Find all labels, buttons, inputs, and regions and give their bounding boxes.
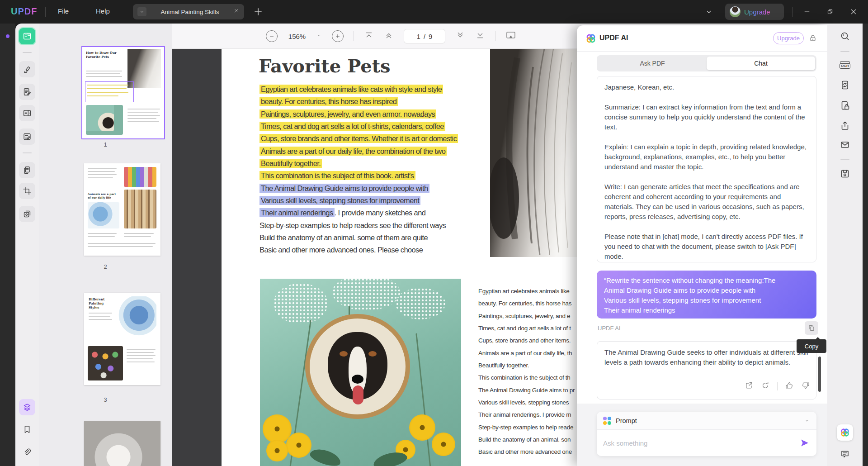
fill-sign-button[interactable] <box>19 128 35 145</box>
pdf-text-line: Cups, store brands and other items. Whet… <box>259 133 486 145</box>
right-dark-strip <box>863 24 868 466</box>
organize-pages-button[interactable] <box>19 105 35 121</box>
go-to-top-button[interactable] <box>364 30 374 42</box>
thumb2-number: 2 <box>39 263 172 270</box>
zoom-level[interactable]: 156% <box>288 33 307 40</box>
left-dark-strip <box>0 24 15 466</box>
regenerate-icon[interactable] <box>761 381 770 392</box>
window-restore-button[interactable] <box>825 6 835 17</box>
thumb1-annotation-box <box>85 81 134 102</box>
bookmarks-panel-button[interactable] <box>19 421 35 437</box>
page-number-input[interactable]: 1 / 9 <box>404 29 445 43</box>
document-tab[interactable]: Animal Painting Skills <box>133 4 244 19</box>
zoom-in-button[interactable] <box>332 30 344 42</box>
pdf-text-line: Their animal renderings. I provide many … <box>259 207 486 219</box>
tab-ask-pdf[interactable]: Ask PDF <box>598 57 707 70</box>
response-actions <box>597 378 816 395</box>
presentation-mode-button[interactable] <box>505 30 516 43</box>
convert-button[interactable] <box>837 77 853 93</box>
updf-app-window: UPDF File Help Animal Painting Skills Up… <box>0 0 868 466</box>
pdf-text-line: Beautifully together. <box>259 157 486 170</box>
ocr-button[interactable]: OCR <box>837 57 853 73</box>
thumbs-down-icon[interactable] <box>801 381 810 392</box>
tab-dropdown-icon[interactable] <box>137 7 146 16</box>
thumb2-palette-photo <box>124 167 156 187</box>
notifications-chevron-icon[interactable] <box>703 6 714 17</box>
edit-pdf-button[interactable] <box>19 84 35 100</box>
dog-embroidery-photo <box>260 279 461 466</box>
ai-mode-tabs: Ask PDF Chat <box>597 55 816 71</box>
thumbnail-panel: How to Draw Our Favorite Pets 1 <box>39 24 172 466</box>
crop-pages-button[interactable] <box>19 183 35 199</box>
chat-input[interactable] <box>603 439 799 447</box>
thumb1-title: How to Draw Our Favorite Pets <box>86 51 127 59</box>
ai-panel-header: UPDF AI Upgrade <box>577 25 827 52</box>
ai-assistant-button[interactable] <box>837 424 853 441</box>
comment-highlighter-button[interactable] <box>19 61 35 77</box>
menu-help[interactable]: Help <box>96 7 110 15</box>
thumbs-up-icon[interactable] <box>785 381 794 392</box>
copy-tooltip: Copy <box>797 339 826 353</box>
pdf-text-line: This combination is the subject of this … <box>259 170 486 182</box>
copy-button[interactable] <box>805 321 818 335</box>
protect-button[interactable] <box>837 97 853 114</box>
divider <box>777 382 778 390</box>
previous-page-button[interactable] <box>384 30 394 42</box>
thumb2-brushes-photo <box>124 190 156 228</box>
page-thumbnail-1[interactable]: How to Draw Our Favorite Pets <box>82 47 164 138</box>
thumb1-photo <box>86 105 123 135</box>
divider <box>23 52 32 53</box>
lock-icon[interactable] <box>808 33 817 43</box>
pdf-text-line: The Animal Drawing Guide aims to provide… <box>259 182 486 195</box>
comments-list-button[interactable] <box>837 446 853 462</box>
prompt-dropdown-icon[interactable] <box>804 418 810 424</box>
zoom-dropdown-icon[interactable] <box>316 32 322 40</box>
divider <box>23 152 32 153</box>
go-to-bottom-button[interactable] <box>475 30 485 42</box>
thumb2-watercolor-photo <box>88 202 119 228</box>
page-thumbnail-3[interactable]: Different Painting Styles <box>84 293 160 385</box>
summarize-pages-button[interactable] <box>19 162 35 178</box>
new-tab-button[interactable] <box>252 6 264 18</box>
updf-ai-panel: UPDF AI Upgrade Ask PDF Chat Japanese, K… <box>577 25 827 466</box>
tab-title: Animal Painting Skills <box>146 9 233 15</box>
attachments-panel-button[interactable] <box>19 444 35 461</box>
pdf-column2-text: Egyptian art celebrates animals like bea… <box>478 285 577 458</box>
pdf-page[interactable]: Favorite Pets Egyptian art celebrates an… <box>222 49 584 466</box>
ai-upgrade-button[interactable]: Upgrade <box>773 32 804 44</box>
compare-watermark-button[interactable] <box>19 206 35 222</box>
left-toolbar <box>15 24 39 466</box>
window-minimize-button[interactable] <box>802 6 812 17</box>
page-thumbnails-panel-button[interactable] <box>19 399 35 415</box>
send-icon[interactable] <box>799 437 810 448</box>
mail-button[interactable] <box>837 137 853 153</box>
chat-scrollbar[interactable] <box>818 357 821 392</box>
chat-input-row <box>597 430 816 456</box>
page-thumbnail-4[interactable] <box>84 421 160 466</box>
divider <box>840 159 849 160</box>
next-page-button[interactable] <box>455 30 465 42</box>
upgrade-button[interactable]: Upgrade <box>725 4 784 20</box>
divider <box>792 7 793 17</box>
divider <box>840 51 849 52</box>
prompt-selector[interactable]: Prompt <box>597 412 816 430</box>
tab-chat[interactable]: Chat <box>707 57 815 70</box>
window-close-button[interactable] <box>848 6 859 17</box>
zoom-out-button[interactable] <box>266 30 278 42</box>
page-thumbnail-2[interactable]: Animals are a part of our daily life <box>84 163 160 256</box>
pdf-text-line: Paintings, sculptures, jewelry, and even… <box>259 108 486 120</box>
thumb3-title: Different Painting Styles <box>89 297 114 309</box>
tab-close-icon[interactable] <box>233 8 240 16</box>
insert-to-pdf-icon[interactable] <box>745 381 754 392</box>
thumb3-watercolor-photo <box>118 296 156 343</box>
updf-logo: UPDF <box>11 6 37 17</box>
menu-file[interactable]: File <box>58 7 69 15</box>
ai-panel-footer: Prompt <box>577 404 827 466</box>
dog-sketch-image <box>490 49 584 257</box>
pdf-text-line: beauty. For centuries, this horse has in… <box>259 95 486 108</box>
search-button[interactable] <box>837 28 853 44</box>
reader-mode-button[interactable] <box>19 28 35 44</box>
save-button[interactable] <box>837 166 853 182</box>
thumb2-title: Animals are a part of our daily life <box>88 192 119 200</box>
share-button[interactable] <box>837 118 853 134</box>
